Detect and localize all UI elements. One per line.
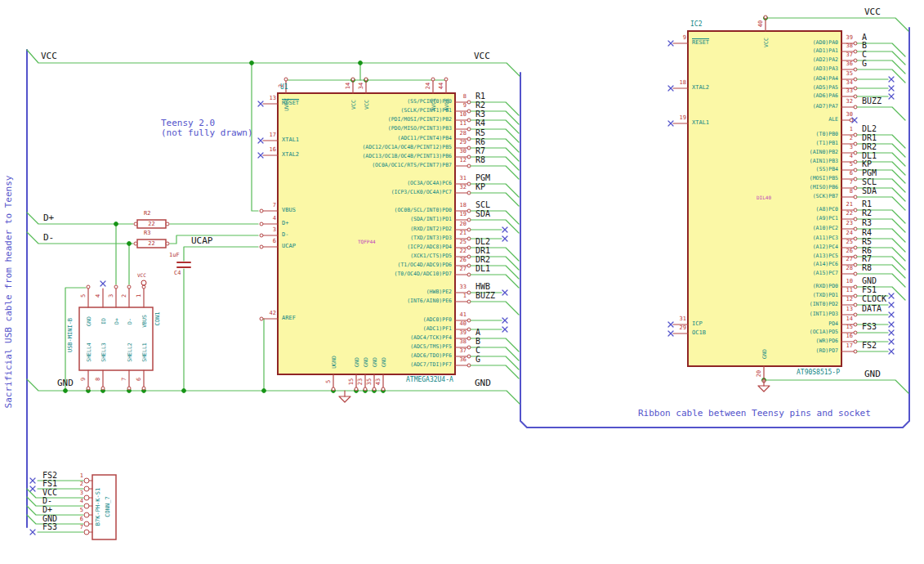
u1-footprint: TQFP44 [358,239,376,244]
net-label-r5[interactable]: R5 [475,129,485,137]
r2-pin-end [166,222,169,226]
u1-pin-name-28: (ADC11/PCINT4)PB4 [397,136,452,141]
net-label-r3[interactable]: R3 [475,110,485,119]
con1-pin-name-4: ID [101,318,107,325]
net-label-kp[interactable]: KP [475,183,485,191]
ic2-pin-num-40: 40 [758,20,764,27]
net-label-hwb[interactable]: HWB [475,283,490,291]
net-label-buzz[interactable]: BUZZ [862,97,882,105]
con1-pin-num-5: 5 [81,294,87,298]
net-label-clock[interactable]: CLOCK [862,295,886,303]
net-label-ucap[interactable]: UCAP [191,236,213,245]
net-label-dr1[interactable]: DR1 [475,247,490,255]
net-label-g[interactable]: G [475,356,480,364]
conn7-pin-end-6 [84,521,89,526]
net-label-c[interactable]: C [475,347,480,355]
net-label-a[interactable]: A [475,329,480,337]
conn7-reference: CONN_7 [105,496,111,517]
ic2-pin-num-13: 13 [846,307,853,312]
net-label-data[interactable]: DATA [862,305,882,313]
u1-pin-name-14: VCC [351,100,357,110]
ic2-pin-name-35: (AD4)PA4 [813,76,838,82]
net-label-dr2[interactable]: DR2 [862,143,877,151]
net-label-sda[interactable]: SDA [862,187,877,195]
net-label-vcc[interactable]: VCC [474,51,490,60]
net-label-buzz[interactable]: BUZZ [475,292,495,300]
net-label-d-[interactable]: D- [43,233,54,242]
net-label-g[interactable]: G [862,60,867,68]
u1-pin-num-20: 20 [460,222,466,227]
net-label-gnd[interactable]: GND [864,369,881,378]
note-sacrificial-cable: Sacrificial USB cable from header to Tee… [4,176,15,409]
conn7-pin-end-3 [84,495,89,500]
junction-dot [127,242,132,246]
u1-pin-name-16: XTAL2 [282,152,299,158]
con1-pin-end-3 [114,285,118,289]
u1-pin-num-30: 30 [460,149,466,154]
net-label-b[interactable]: B [862,42,867,50]
net-label-r6[interactable]: R6 [475,138,485,146]
net-label-scl[interactable]: SCL [862,178,877,186]
net-label-r2[interactable]: R2 [475,101,485,110]
u1-pin-num-17: 17 [270,132,276,138]
net-label-vcc[interactable]: VCC [41,51,57,60]
net-label-r4[interactable]: R4 [862,229,872,237]
u1-pin-name-10: (PDI/MOSI/PCINT2)PB2 [388,117,452,123]
net-label-fs3[interactable]: FS3 [862,323,877,331]
net-label-fs1[interactable]: FS1 [862,286,877,294]
net-label-r1[interactable]: R1 [475,92,485,101]
u1-pin-num-4: 4 [273,216,276,222]
net-label-dl1[interactable]: DL1 [475,265,490,273]
net-label-r5[interactable]: R5 [862,238,872,246]
conn7-pin-end-7 [84,530,89,535]
net-label-scl[interactable]: SCL [475,201,490,209]
net-label-fs2[interactable]: FS2 [862,342,877,350]
u1-pin-num-16: 16 [270,147,276,153]
net-label-pgm[interactable]: PGM [475,174,490,182]
net-label-r4[interactable]: R4 [475,119,485,128]
net-label-r3[interactable]: R3 [862,219,872,227]
net-label-d+[interactable]: D+ [42,506,52,514]
net-label-d-[interactable]: D- [42,497,52,505]
net-label-r7[interactable]: R7 [475,147,485,155]
ic2-pin-name-19: XTAL1 [692,120,709,126]
u1-pin-num-31: 31 [460,176,466,181]
net-label-dr2[interactable]: DR2 [475,256,490,264]
u1-pin-num-2: 2 [279,84,284,87]
u1-pin-end-14 [351,78,355,81]
net-label-b[interactable]: B [475,338,480,346]
net-label-r2[interactable]: R2 [862,209,872,217]
net-label-fs1[interactable]: FS1 [42,480,57,488]
net-label-gnd[interactable]: GND [862,277,877,285]
ic2-pin-num-3: 3 [850,145,853,150]
net-label-c[interactable]: C [862,51,867,59]
net-label-dl2[interactable]: DL2 [862,125,877,133]
net-label-d+[interactable]: D+ [43,213,54,222]
u1-pin-num-41: 41 [460,312,466,318]
net-label-dl2[interactable]: DL2 [475,238,490,246]
net-label-r1[interactable]: R1 [862,200,872,208]
net-label-gnd[interactable]: GND [475,378,491,387]
ic2-pin-num-33: 33 [846,88,853,94]
net-label-fs3[interactable]: FS3 [42,523,57,531]
ic2-pin-num-22: 22 [846,211,853,217]
ic2-pin-name-20: GND [762,349,768,359]
net-label-kp[interactable]: KP [862,160,872,168]
conn7-pin-end-4 [84,504,89,508]
net-label-gnd[interactable]: GND [57,378,74,387]
con1-pin-end-8 [101,387,105,390]
r3-pin-end [166,242,169,245]
gnd-power-symbol [758,386,770,392]
con1-pin-end-7 [127,387,131,390]
ic2-pin-num-18: 18 [680,80,686,86]
net-label-pgm[interactable]: PGM [862,169,877,177]
net-label-sda[interactable]: SDA [475,210,490,218]
net-label-r8[interactable]: R8 [475,156,485,164]
net-label-vcc[interactable]: VCC [864,7,881,16]
r2-value: 22 [148,222,154,227]
net-label-r8[interactable]: R8 [862,264,872,272]
net-label-r7[interactable]: R7 [862,255,872,263]
net-label-dr1[interactable]: DR1 [862,134,877,142]
ic2-pin-num-17: 17 [846,343,853,349]
ic2-pin-name-31: ICP [692,321,703,327]
